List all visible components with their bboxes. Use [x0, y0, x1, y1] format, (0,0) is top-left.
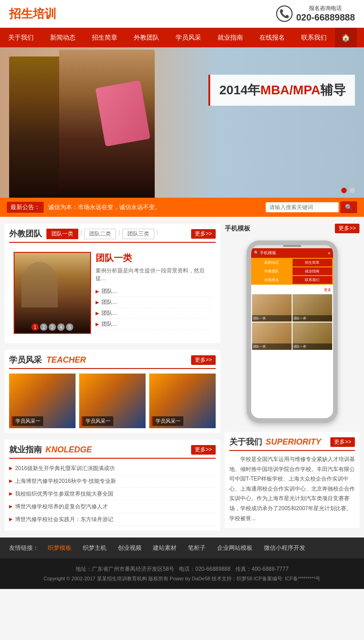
emp-title-cn: 就业指南: [9, 444, 42, 455]
fl-link-3[interactable]: 创业视频: [116, 543, 144, 553]
right-title: 手机模板: [225, 225, 250, 233]
mobile-menu-icon: ≡: [328, 251, 330, 256]
nav-employment[interactable]: 就业指南: [209, 28, 251, 47]
about-text: 学校是全国汽车运用与维修专业紧缺人才培训基地、倾时推中国培训学院合作学校。丰田汽…: [229, 455, 355, 523]
list-item: 团队...: [96, 308, 211, 319]
teacher-desc: 案例分析题是向考生提供一段背景资料，然后提...: [96, 267, 211, 282]
nav-teachers[interactable]: 外教团队: [126, 28, 167, 47]
announce-text: 诚信为本：市场永远在变，诚信永远不变。: [48, 203, 261, 211]
phone-area: 📞 报名咨询电话 020-66889888: [276, 5, 355, 23]
nav-prospectus[interactable]: 招生简章: [84, 28, 126, 47]
friendly-links: 友情链接： 织梦模板 织梦主机 创业视频 建站素材 笔柜子 企业网站模板 微信小…: [0, 538, 364, 558]
student-label-3: 学员风采一: [152, 416, 183, 426]
student-cards: 学员风采一 学员风采一 学员风采一: [9, 374, 216, 428]
emp-item-1: 2016级新生开学典礼暨军训汇演圆满成功: [9, 462, 216, 475]
students-more[interactable]: 更多>>: [191, 355, 216, 365]
phone-number: 020-66889888: [296, 12, 355, 23]
emp-item-3: 我校组织优秀学生参观世界技能大赛全国: [9, 488, 216, 501]
students-title-cn: 学员风采: [9, 354, 42, 365]
fl-label: 友情链接：: [9, 544, 39, 552]
emp-more[interactable]: 更多>>: [191, 445, 216, 455]
about-header: 关于我们 SUPERIORITY 更多>>: [229, 436, 355, 451]
nav-register[interactable]: 在线报名: [251, 28, 293, 47]
main-content: 外教团队 团队一类 | 团队二类 | 团队三类 | 更多>>: [0, 217, 364, 538]
fl-link-5[interactable]: 笔柜子: [186, 543, 208, 553]
mobile-topbar: 🔍 手机模板 ≡: [251, 248, 333, 258]
mobile-nav-teachers2: 外教团队: [252, 267, 292, 275]
hero-banner: 2014年MBA/MPA辅导: [0, 47, 364, 198]
nav-about[interactable]: 关于我们: [0, 28, 42, 47]
mobile-nav-contact: 联系我们: [293, 276, 332, 284]
fl-link-2[interactable]: 织梦主机: [81, 543, 109, 553]
mobile-speaker: [283, 245, 301, 247]
announce-bar: 最新公告： 诚信为本：市场永远在变，诚信永远不变。 🔍: [0, 198, 364, 217]
mobile-preview-container: 🔍 手机模板 ≡ 新闻动态 招生简章 外教团队 就业指南 在线报名 联系我们: [225, 236, 359, 427]
img-num-5[interactable]: 5: [66, 323, 73, 331]
teachers-more[interactable]: 更多>>: [191, 229, 216, 239]
teacher-list: 团队... 团队... 团队... 团队...: [96, 286, 211, 330]
banner-text: 2014年MBA/MPA辅导: [208, 75, 355, 106]
dot-1[interactable]: [341, 188, 347, 193]
mobile-nav-employment: 就业指南: [293, 267, 332, 275]
mobile-more-btn: 更多: [251, 285, 333, 293]
nav-contact[interactable]: 联系我们: [293, 28, 335, 47]
footer-address: 地址：广东省广州市番禺经济开发区58号 电话：020-66889888 传真：4…: [9, 565, 355, 573]
mobile-img-3: 团队一类: [252, 323, 292, 350]
mobile-search-icon: 🔍 手机模板: [254, 250, 277, 256]
site-logo: 招生培训: [9, 6, 56, 22]
list-item: 团队...: [96, 297, 211, 308]
fax-text: 传真：400-6888-7777: [235, 566, 288, 572]
footer: 地址：广东省广州市番禺经济开发区58号 电话：020-66889888 传真：4…: [0, 558, 364, 589]
fl-link-4[interactable]: 建站素材: [151, 543, 179, 553]
teachers-title: 外教团队: [9, 228, 42, 239]
mobile-img-2: 团队一类: [293, 294, 332, 322]
tab-team2[interactable]: 团队二类: [84, 229, 116, 239]
employment-header: 就业指南 KNOLEDGE 更多>>: [9, 444, 216, 459]
students-title-en: TEACHER: [46, 355, 86, 365]
img-num-1[interactable]: 1: [31, 323, 39, 331]
about-title-cn: 关于我们: [229, 436, 262, 447]
employment-list: 2016级新生开学典礼暨军训汇演圆满成功 上海博世汽修学校2016秋中专·技能专…: [9, 462, 216, 526]
mobile-more[interactable]: 更多>>: [335, 224, 359, 233]
dot-2[interactable]: [349, 188, 355, 193]
student-label-2: 学员风采一: [81, 416, 113, 426]
address-text: 地址：广东省广州市番禺经济开发区58号: [76, 566, 174, 572]
students-section: 学员风采 TEACHER 更多>> 学员风采一: [5, 350, 220, 433]
emp-title-en: KNOLEDGE: [46, 445, 92, 455]
nav-students[interactable]: 学员风采: [167, 28, 209, 47]
fl-link-1[interactable]: 织梦模板: [46, 543, 74, 553]
mobile-img-4: 团队一类: [293, 323, 332, 350]
mobile-nav-news: 新闻动态: [252, 259, 292, 266]
mobile-frame: 🔍 手机模板 ≡ 新闻动态 招生简章 外教团队 就业指南 在线报名 联系我们: [247, 241, 338, 423]
student-card-2: 学员风采一: [79, 374, 146, 428]
fl-link-7[interactable]: 微信小程序开发: [262, 543, 308, 553]
list-item: 团队...: [96, 319, 211, 330]
search-input[interactable]: [266, 202, 339, 212]
phone-text: 报名咨询电话 020-66889888: [296, 5, 355, 23]
mobile-screen: 🔍 手机模板 ≡ 新闻动态 招生简章 外教团队 就业指南 在线报名 联系我们: [251, 248, 333, 421]
img-num-2[interactable]: 2: [40, 323, 47, 331]
teachers-tabs: 团队一类 | 团队二类 | 团队三类 |: [46, 229, 187, 239]
student-card-1: 学员风采一: [9, 374, 76, 428]
left-section: 外教团队 团队一类 | 团队二类 | 团队三类 | 更多>>: [5, 224, 220, 531]
footer-copyright: Copyright © 2002-2017 某某招生培训教育机构 版权所有 Po…: [9, 575, 355, 582]
students-inner: 学员风采 TEACHER 更多>> 学员风采一: [5, 350, 220, 433]
img-num-3[interactable]: 3: [49, 323, 56, 331]
main-nav: 关于我们 新闻动态 招生简章 外教团队 学员风采 就业指南 在线报名 联系我们 …: [0, 28, 364, 47]
tab-team1[interactable]: 团队一类: [46, 229, 78, 239]
about-more[interactable]: 更多>>: [330, 437, 355, 447]
search-button[interactable]: 🔍: [340, 201, 357, 213]
mobile-img-1: 团队一类: [252, 294, 292, 322]
mobile-nav-prospectus: 招生简章: [293, 259, 332, 266]
nav-home[interactable]: 🏠: [335, 28, 357, 47]
header: 招生培训 📞 报名咨询电话 020-66889888: [0, 0, 364, 28]
tab-team3[interactable]: 团队三类: [122, 229, 154, 239]
emp-item-2: 上海博世汽修学校2016秋中专·技能专业新: [9, 475, 216, 488]
nav-news[interactable]: 新闻动态: [42, 28, 84, 47]
img-num-4[interactable]: 4: [57, 323, 65, 331]
phone-icon: 📞: [276, 5, 293, 22]
list-item: 团队...: [96, 286, 211, 297]
fl-link-6[interactable]: 企业网站模板: [215, 543, 255, 553]
student-card-3: 学员风采一: [149, 374, 216, 428]
about-section: 关于我们 SUPERIORITY 更多>> 学校是全国汽车运用与维修专业紧缺人才…: [225, 432, 359, 528]
